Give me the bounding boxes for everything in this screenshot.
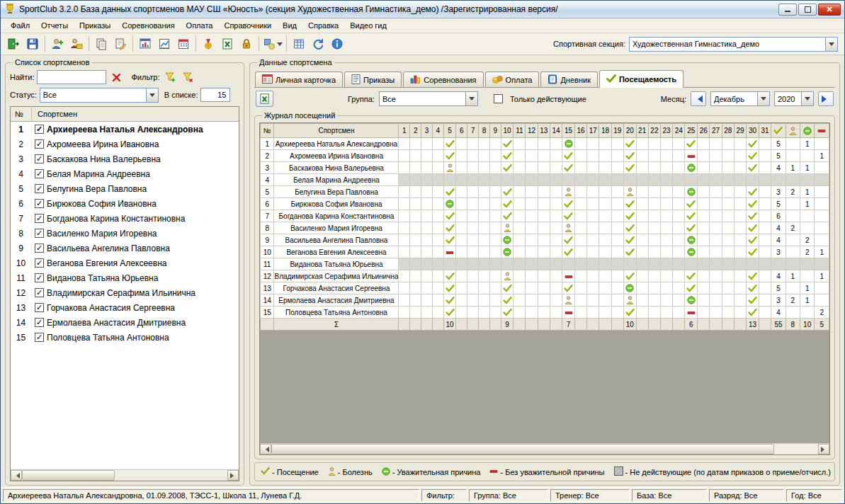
journal-row[interactable]: 3Баскакова Нина Валерьевна411 xyxy=(261,162,829,174)
journal-cell[interactable] xyxy=(623,150,636,162)
journal-day-header[interactable]: 6 xyxy=(456,124,467,138)
journal-cell[interactable] xyxy=(432,234,443,246)
athlete-checkbox[interactable]: ✓ xyxy=(35,169,44,178)
menu-item-help[interactable]: Справка xyxy=(302,19,344,32)
journal-cell[interactable] xyxy=(526,198,538,210)
journal-cell[interactable] xyxy=(734,246,746,258)
journal-cell[interactable] xyxy=(501,162,514,174)
journal-cell[interactable] xyxy=(550,186,562,198)
toolbar-info-button[interactable] xyxy=(328,35,346,53)
journal-cell[interactable] xyxy=(467,234,479,246)
journal-cell[interactable] xyxy=(648,282,660,294)
tab-attendance[interactable]: Посещаемость xyxy=(599,70,684,88)
athlete-row[interactable]: 8✓Василенко Мария Игоревна xyxy=(11,226,239,241)
journal-cell[interactable] xyxy=(562,222,575,234)
journal-cell[interactable] xyxy=(747,174,759,186)
journal-cell[interactable] xyxy=(759,162,771,174)
athlete-row[interactable]: 10✓Веганова Евгения Алексеевна xyxy=(11,256,239,270)
journal-day-header[interactable]: 21 xyxy=(636,124,648,138)
journal-cell[interactable] xyxy=(636,162,648,174)
athlete-row[interactable]: 11✓Виданова Татьяна Юрьевна xyxy=(11,270,239,285)
journal-cell[interactable] xyxy=(467,186,479,198)
journal-cell[interactable] xyxy=(467,270,479,282)
journal-cell[interactable] xyxy=(599,234,611,246)
journal-cell[interactable] xyxy=(443,294,456,307)
journal-cell[interactable] xyxy=(673,222,685,234)
journal-cell[interactable] xyxy=(623,246,636,258)
menu-item-references[interactable]: Справочники xyxy=(218,19,277,32)
journal-cell[interactable] xyxy=(467,138,479,150)
journal-cell[interactable] xyxy=(479,162,490,174)
journal-cell[interactable] xyxy=(562,246,575,258)
journal-cell[interactable] xyxy=(623,234,636,246)
journal-cell[interactable] xyxy=(698,258,710,270)
journal-cell[interactable] xyxy=(648,210,660,222)
journal-cell[interactable] xyxy=(574,234,586,246)
menu-item-video-guide[interactable]: Видео гид xyxy=(344,19,392,32)
journal-cell[interactable] xyxy=(722,258,734,270)
journal-cell[interactable] xyxy=(599,222,611,234)
journal-cell[interactable] xyxy=(698,222,710,234)
journal-cell[interactable] xyxy=(747,282,759,294)
journal-cell[interactable] xyxy=(574,210,586,222)
journal-day-header[interactable]: 16 xyxy=(574,124,586,138)
journal-row[interactable]: 5Белугина Вера Павловна321 xyxy=(261,186,829,198)
journal-cell[interactable] xyxy=(456,270,467,282)
journal-cell[interactable] xyxy=(399,282,410,294)
journal-cell[interactable] xyxy=(562,307,575,319)
journal-cell[interactable] xyxy=(479,222,490,234)
menu-item-reports[interactable]: Отчеты xyxy=(35,19,74,32)
journal-cell[interactable] xyxy=(611,258,623,270)
journal-cell[interactable] xyxy=(501,307,514,319)
journal-cell[interactable] xyxy=(514,150,526,162)
journal-cell[interactable] xyxy=(587,307,599,319)
journal-cell[interactable] xyxy=(648,270,660,282)
journal-cell[interactable] xyxy=(574,282,586,294)
journal-cell[interactable] xyxy=(648,162,660,174)
journal-cell[interactable] xyxy=(698,246,710,258)
journal-cell[interactable] xyxy=(421,307,433,319)
journal-cell[interactable] xyxy=(538,270,550,282)
maximize-button[interactable] xyxy=(798,4,817,16)
journal-cell[interactable] xyxy=(574,186,586,198)
journal-hscrollbar[interactable] xyxy=(260,443,829,454)
journal-row[interactable]: 11Виданова Татьяна Юрьевна xyxy=(261,258,829,270)
journal-cell[interactable] xyxy=(661,162,673,174)
journal-cell[interactable] xyxy=(399,258,410,270)
journal-cell[interactable] xyxy=(501,174,514,186)
journal-cell[interactable] xyxy=(574,258,586,270)
journal-cell[interactable] xyxy=(636,294,648,307)
journal-cell[interactable] xyxy=(574,270,586,282)
journal-cell[interactable] xyxy=(661,186,673,198)
journal-cell[interactable] xyxy=(410,234,421,246)
journal-cell[interactable] xyxy=(399,246,410,258)
journal-cell[interactable] xyxy=(410,186,421,198)
journal-cell[interactable] xyxy=(399,307,410,319)
journal-day-header[interactable]: 7 xyxy=(467,124,479,138)
journal-cell[interactable] xyxy=(526,174,538,186)
journal-cell[interactable] xyxy=(399,186,410,198)
journal-cell[interactable] xyxy=(514,282,526,294)
journal-cell[interactable] xyxy=(479,186,490,198)
journal-day-header[interactable]: 8 xyxy=(479,124,490,138)
tab-card[interactable]: Личная карточка xyxy=(255,71,343,87)
journal-cell[interactable] xyxy=(636,150,648,162)
journal-cell[interactable] xyxy=(562,138,575,150)
journal-cell[interactable] xyxy=(443,210,456,222)
journal-cell[interactable] xyxy=(443,234,456,246)
athletes-list-hscrollbar[interactable] xyxy=(11,469,239,481)
journal-day-header[interactable]: 31 xyxy=(759,124,771,138)
journal-row[interactable]: 8Василенко Мария Игоревна42 xyxy=(261,222,829,234)
journal-cell[interactable] xyxy=(734,186,746,198)
group-combobox[interactable]: Все xyxy=(379,91,478,106)
journal-cell[interactable] xyxy=(501,258,514,270)
journal-cell[interactable] xyxy=(710,294,722,307)
journal-cell[interactable] xyxy=(611,294,623,307)
journal-cell[interactable] xyxy=(432,186,443,198)
journal-cell[interactable] xyxy=(421,270,433,282)
athlete-checkbox[interactable]: ✓ xyxy=(35,288,44,297)
journal-cell[interactable] xyxy=(599,270,611,282)
journal-cell[interactable] xyxy=(526,294,538,307)
journal-cell[interactable] xyxy=(479,258,490,270)
journal-cell[interactable] xyxy=(489,307,501,319)
